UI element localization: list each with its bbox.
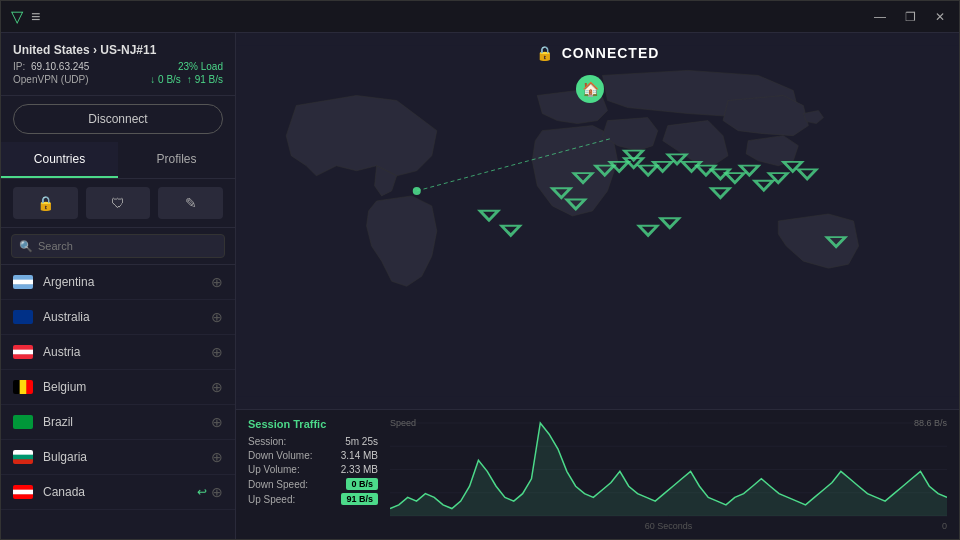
list-item[interactable]: Australia⊕	[1, 300, 235, 335]
server-name: United States › US-NJ#11	[13, 43, 223, 57]
close-button[interactable]: ✕	[931, 8, 949, 26]
filter-bar: 🔒 🛡 ✎	[1, 179, 235, 228]
chart-x-right: 0	[942, 521, 947, 531]
map-area: 🔒 CONNECTED ▽ ProtonVPN −	[236, 33, 959, 409]
up-vol-row: Up Volume: 2.33 MB	[248, 464, 378, 475]
country-name: Brazil	[43, 415, 211, 429]
country-list: Argentina⊕Australia⊕Austria⊕Belgium⊕Braz…	[1, 265, 235, 539]
country-flag	[13, 380, 33, 394]
list-item[interactable]: Belgium⊕	[1, 370, 235, 405]
traffic-info: Session Traffic Session: 5m 25s Down Vol…	[248, 418, 378, 531]
connected-label: CONNECTED	[562, 45, 660, 61]
list-item[interactable]: Brazil⊕	[1, 405, 235, 440]
svg-rect-8	[20, 380, 27, 394]
ip-label: IP: 69.10.63.245	[13, 61, 89, 72]
search-wrapper: 🔍	[11, 234, 225, 258]
minimize-button[interactable]: —	[871, 8, 889, 26]
window-controls: — ❐ ✕	[871, 8, 949, 26]
chevron-down-icon: ⊕	[211, 414, 223, 430]
svg-rect-10	[13, 415, 33, 429]
down-vol-value: 3.14 MB	[341, 450, 378, 461]
connected-lock-icon: 🔒	[536, 45, 554, 61]
country-name: Belgium	[43, 380, 211, 394]
svg-rect-9	[26, 380, 33, 394]
country-name: Bulgaria	[43, 450, 211, 464]
filter-shield-button[interactable]: 🛡	[86, 187, 151, 219]
session-label: Session:	[248, 436, 286, 447]
main-layout: United States › US-NJ#11 IP: 69.10.63.24…	[1, 33, 959, 539]
traffic-chart	[390, 418, 947, 531]
down-speed-row: Down Speed: 0 B/s	[248, 478, 378, 490]
svg-rect-0	[13, 275, 33, 280]
edit-filter-icon: ✎	[185, 195, 197, 211]
country-flag	[13, 415, 33, 429]
tab-profiles[interactable]: Profiles	[118, 142, 235, 178]
search-icon: 🔍	[19, 240, 33, 253]
chevron-down-icon: ⊕	[211, 484, 223, 500]
maximize-button[interactable]: ❐	[901, 8, 919, 26]
up-vol-label: Up Volume:	[248, 464, 300, 475]
svg-rect-6	[13, 354, 33, 359]
svg-rect-1	[13, 280, 33, 285]
svg-rect-7	[13, 380, 20, 394]
list-item[interactable]: Canada↩⊕	[1, 475, 235, 510]
chart-area: Speed 88.6 B/s 60 Seconds 0	[390, 418, 947, 531]
up-speed-label: Up Speed:	[248, 494, 295, 505]
connected-status: 🔒 CONNECTED	[536, 45, 660, 61]
search-input[interactable]	[11, 234, 225, 258]
down-speed-label: Down Speed:	[248, 479, 308, 490]
svg-rect-3	[13, 310, 33, 324]
protocol-label: OpenVPN (UDP)	[13, 74, 89, 85]
list-item[interactable]: Austria⊕	[1, 335, 235, 370]
country-extra-icon: ↩	[197, 485, 207, 499]
title-bar: ▽ ≡ — ❐ ✕	[1, 1, 959, 33]
filter-lock-button[interactable]: 🔒	[13, 187, 78, 219]
chevron-down-icon: ⊕	[211, 449, 223, 465]
sidebar: United States › US-NJ#11 IP: 69.10.63.24…	[1, 33, 236, 539]
load-indicator: 23% Load	[178, 61, 223, 72]
down-vol-label: Down Volume:	[248, 450, 312, 461]
filter-edit-button[interactable]: ✎	[158, 187, 223, 219]
content-area: 🔒 CONNECTED ▽ ProtonVPN −	[236, 33, 959, 539]
connection-info: United States › US-NJ#11 IP: 69.10.63.24…	[1, 33, 235, 96]
tab-countries[interactable]: Countries	[1, 142, 118, 178]
protocol-speed-row: OpenVPN (UDP) ↓ 0 B/s ↑ 91 B/s	[13, 74, 223, 85]
svg-rect-4	[13, 345, 33, 350]
search-bar: 🔍	[1, 228, 235, 265]
country-name: Argentina	[43, 275, 211, 289]
up-speed-row: Up Speed: 91 B/s	[248, 493, 378, 505]
svg-rect-16	[13, 494, 33, 499]
chevron-down-icon: ⊕	[211, 344, 223, 360]
disconnect-button[interactable]: Disconnect	[13, 104, 223, 134]
country-name: Austria	[43, 345, 211, 359]
country-name: Australia	[43, 310, 211, 324]
up-speed-badge: 91 B/s	[341, 493, 378, 505]
app-logo-icon: ▽	[11, 7, 23, 26]
down-speed: ↓ 0 B/s	[150, 74, 181, 85]
chevron-down-icon: ⊕	[211, 379, 223, 395]
country-flag	[13, 345, 33, 359]
tab-bar: Countries Profiles	[1, 142, 235, 179]
chart-x-label: 60 Seconds	[645, 521, 693, 531]
svg-rect-13	[13, 459, 33, 464]
list-item[interactable]: Bulgaria⊕	[1, 440, 235, 475]
chevron-down-icon: ⊕	[211, 309, 223, 325]
svg-rect-11	[13, 450, 33, 455]
up-vol-value: 2.33 MB	[341, 464, 378, 475]
connection-details-row: IP: 69.10.63.245 23% Load	[13, 61, 223, 72]
svg-rect-15	[13, 490, 33, 495]
country-flag	[13, 450, 33, 464]
connected-server-marker: 🏠	[576, 75, 604, 103]
svg-rect-12	[13, 455, 33, 460]
list-item[interactable]: Argentina⊕	[1, 265, 235, 300]
app-window: ▽ ≡ — ❐ ✕ United States › US-NJ#11 IP: 6…	[0, 0, 960, 540]
lock-filter-icon: 🔒	[37, 195, 54, 211]
chart-y-label: Speed	[390, 418, 416, 428]
up-speed: ↑ 91 B/s	[187, 74, 223, 85]
country-name: Canada	[43, 485, 197, 499]
session-value: 5m 25s	[345, 436, 378, 447]
chevron-down-icon: ⊕	[211, 274, 223, 290]
svg-rect-2	[13, 284, 33, 289]
chart-max-label: 88.6 B/s	[914, 418, 947, 428]
menu-icon[interactable]: ≡	[31, 8, 40, 26]
